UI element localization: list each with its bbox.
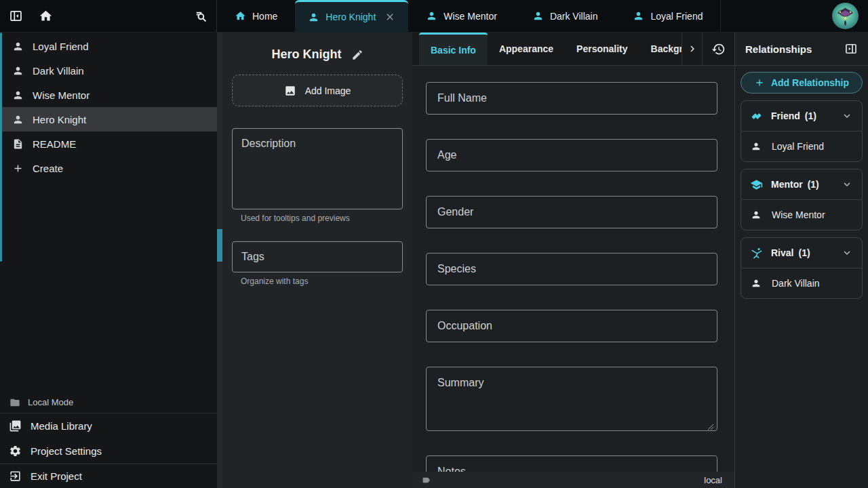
photo-library-icon xyxy=(9,420,22,432)
sidebar-item-create[interactable]: Create xyxy=(0,156,217,180)
editor-tab-personality[interactable]: Personality xyxy=(565,33,639,65)
chevron-down-icon[interactable] xyxy=(841,178,853,190)
tabs-overflow-button[interactable] xyxy=(682,33,702,65)
person-icon xyxy=(751,278,762,289)
relationship-group-rival: Rival(1)Dark Villain xyxy=(741,237,863,299)
panel-splitter[interactable] xyxy=(217,33,222,488)
relationship-count: (1) xyxy=(808,179,819,190)
add-image-button[interactable]: Add Image xyxy=(232,75,403,106)
footer-item-label: Media Library xyxy=(31,420,92,432)
full-name-field[interactable]: Full Name xyxy=(426,82,717,115)
tags-field[interactable]: Tags xyxy=(232,241,403,272)
person-icon xyxy=(426,10,437,22)
person-icon xyxy=(633,10,644,22)
sidebar: Loyal FriendDark VillainWise MentorHero … xyxy=(0,33,217,488)
topbar-spacer xyxy=(721,0,831,32)
basic-info-form: Full NameAgeGenderSpeciesOccupationSumma… xyxy=(412,66,734,472)
gear-icon xyxy=(9,445,22,458)
relationship-type-label: Mentor xyxy=(771,179,803,190)
relationship-member-wise-mentor[interactable]: Wise Mentor xyxy=(741,200,862,230)
tab-label: Home xyxy=(252,11,277,22)
sidebar-item-hero-knight[interactable]: Hero Knight xyxy=(0,107,217,131)
sidebar-item-loyal-friend[interactable]: Loyal Friend xyxy=(0,34,217,58)
editor-tab-basic-info[interactable]: Basic Info xyxy=(419,33,488,65)
local-mode-label: Local Mode xyxy=(28,397,73,407)
history-button[interactable] xyxy=(702,33,734,65)
home-icon xyxy=(235,10,246,22)
project-settings-button[interactable]: Project Settings xyxy=(0,439,217,464)
top-tab-home[interactable]: Home xyxy=(217,0,295,32)
relationship-member-label: Wise Mentor xyxy=(772,209,825,220)
editor-tab-background[interactable]: Background xyxy=(639,33,682,65)
editor-tabs: Basic InfoAppearancePersonalityBackgroun… xyxy=(412,33,734,66)
martial-arts-icon xyxy=(750,247,763,260)
tags-helper: Organize with tags xyxy=(232,277,403,286)
add-relationship-button[interactable]: Add Relationship xyxy=(741,72,863,94)
gender-field[interactable]: Gender xyxy=(426,196,717,228)
chevron-right-icon xyxy=(686,43,698,55)
editor-tab-appearance[interactable]: Appearance xyxy=(488,33,565,65)
sidebar-item-readme[interactable]: README xyxy=(0,131,217,156)
home-icon[interactable] xyxy=(39,9,53,23)
chevron-down-icon[interactable] xyxy=(841,110,853,122)
sidebar-item-label: README xyxy=(33,138,76,150)
relationships-title: Relationships xyxy=(745,43,812,55)
folder-icon xyxy=(9,397,20,408)
close-tab-icon[interactable] xyxy=(384,12,395,22)
field-label: Species xyxy=(437,263,476,275)
description-field[interactable]: Description xyxy=(232,128,403,209)
relationship-count: (1) xyxy=(798,247,810,258)
relationships-panel: Relationships Add Relationship Friend(1)… xyxy=(734,33,868,488)
field-label: Gender xyxy=(437,206,473,218)
relationship-count: (1) xyxy=(805,110,816,121)
occupation-field[interactable]: Occupation xyxy=(426,310,717,342)
sidebar-item-label: Loyal Friend xyxy=(33,41,89,52)
relationship-member-loyal-friend[interactable]: Loyal Friend xyxy=(741,131,862,161)
sidebar-item-label: Hero Knight xyxy=(33,114,86,125)
sidebar-scrollbar[interactable] xyxy=(0,33,2,262)
relationship-group-friend: Friend(1)Loyal Friend xyxy=(741,100,863,162)
relationship-member-dark-villain[interactable]: Dark Villain xyxy=(741,268,862,298)
top-tab-hero-knight[interactable]: Hero Knight xyxy=(295,0,408,32)
person-icon xyxy=(308,12,319,23)
top-tab-wise-mentor[interactable]: Wise Mentor xyxy=(408,0,515,32)
person-icon xyxy=(532,10,544,22)
avatar[interactable] xyxy=(831,2,859,30)
sidebar-item-label: Wise Mentor xyxy=(33,89,90,101)
editor-tab-label: Personality xyxy=(576,43,627,54)
media-library-button[interactable]: Media Library xyxy=(0,413,217,439)
collapse-panel-icon[interactable] xyxy=(844,42,858,56)
relationship-type-label: Rival xyxy=(771,247,793,258)
description-label: Description xyxy=(241,138,296,149)
history-icon xyxy=(711,42,726,56)
notes-field[interactable]: Notes xyxy=(426,455,717,472)
editor-tab-label: Basic Info xyxy=(431,45,476,56)
collapse-sidebar-icon[interactable] xyxy=(9,9,23,23)
character-name: Hero Knight xyxy=(272,47,342,62)
top-tab-loyal-friend[interactable]: Loyal Friend xyxy=(615,0,720,32)
field-label: Summary xyxy=(437,377,484,388)
relationship-group-header[interactable]: Friend(1) xyxy=(741,101,862,131)
person-icon xyxy=(12,41,24,52)
top-tab-dark-villain[interactable]: Dark Villain xyxy=(515,0,616,32)
sidebar-entity-list: Loyal FriendDark VillainWise MentorHero … xyxy=(0,33,217,180)
chevron-down-icon[interactable] xyxy=(841,247,853,259)
search-icon[interactable] xyxy=(192,8,208,24)
relationship-group-header[interactable]: Mentor(1) xyxy=(741,169,862,200)
edit-name-icon[interactable] xyxy=(351,49,363,61)
profile-scrollbar-thumb[interactable] xyxy=(217,229,222,262)
age-field[interactable]: Age xyxy=(426,139,717,171)
document-icon xyxy=(12,138,24,150)
sidebar-item-wise-mentor[interactable]: Wise Mentor xyxy=(0,83,217,107)
relationship-group-header[interactable]: Rival(1) xyxy=(741,238,862,268)
summary-field[interactable]: Summary xyxy=(426,367,717,431)
sidebar-item-dark-villain[interactable]: Dark Villain xyxy=(0,58,217,83)
tab-label: Hero Knight xyxy=(326,12,376,22)
resize-handle[interactable] xyxy=(707,421,714,428)
profile-title-row: Hero Knight xyxy=(232,47,403,62)
exit-project-button[interactable]: Exit Project xyxy=(0,464,217,488)
graduation-cap-icon xyxy=(750,178,763,191)
person-icon xyxy=(751,209,762,220)
exit-icon xyxy=(9,470,22,483)
species-field[interactable]: Species xyxy=(426,253,717,285)
